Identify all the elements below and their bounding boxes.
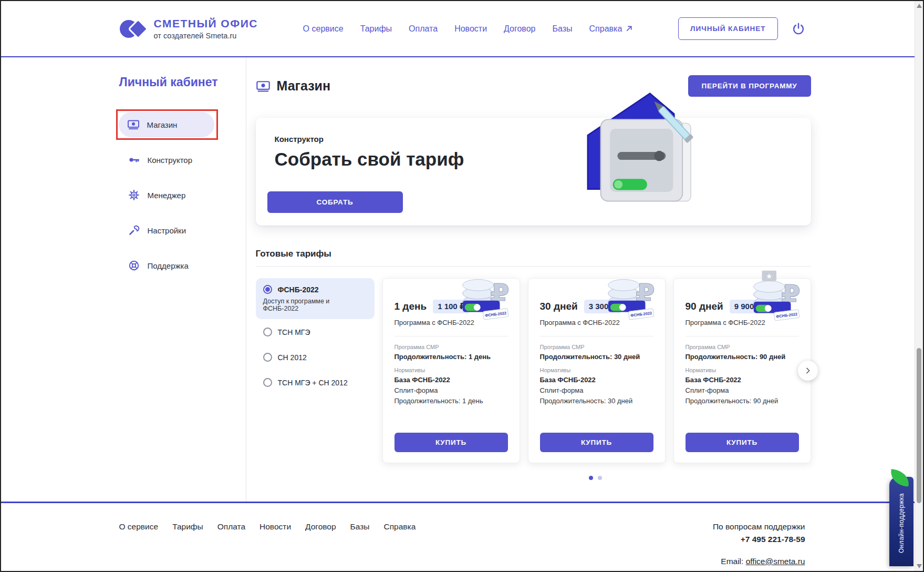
sidebar-item-manager[interactable]: Менеджер [119,182,215,208]
buy-button[interactable]: КУПИТЬ [394,433,508,452]
norms-duration: Продолжительность: 30 дней [540,397,653,405]
pagination-dot[interactable] [598,476,602,480]
nav-news[interactable]: Новости [454,24,487,34]
program-duration: Продолжительность: 1 день [394,353,508,361]
gear-icon [128,189,140,201]
key-icon [128,154,140,166]
tariff-product-image: ₽ ФСНБ-2022 [602,270,659,321]
banknote-icon [127,118,140,131]
footer-nav-bases[interactable]: Базы [350,522,370,566]
page-scrollbar[interactable] [915,1,923,571]
tariff-card-90-days: ★ ₽ ФСНБ-2022 [673,278,811,463]
tariff-duration: 1 день [394,301,427,312]
option-label: ТСН МГЭ [278,328,310,336]
option-tsn-mge[interactable]: ТСН МГЭ [256,319,375,344]
sidebar-item-label: Конструктор [148,156,193,165]
footer-nav-contract[interactable]: Договор [305,522,336,566]
power-icon[interactable] [792,22,805,36]
option-sn-2012[interactable]: СН 2012 [256,344,375,370]
sidebar-item-settings[interactable]: Настройки [119,218,215,243]
constructor-banner: Конструктор Собрать свой тариф СОБРАТЬ [256,118,811,226]
sidebar: Личный кабинет Магазин [119,57,246,502]
logo-text: СМЕТНЫЙ ОФИС от создателей Smeta.ru [154,17,258,40]
top-navigation: О сервисе Тарифы Оплата Новости Договор … [303,24,634,34]
carousel-next-button[interactable] [798,361,818,381]
online-support-tab[interactable]: Онлайн-поддержка [889,477,913,566]
footer-nav-help[interactable]: Справка [383,522,416,566]
tariff-card-30-days: ₽ ФСНБ-2022 30 дней 3 300 ₽ [528,278,666,463]
nav-contract[interactable]: Договор [504,24,535,34]
footer-navigation: О сервисе Тарифы Оплата Новости Договор … [119,522,416,566]
nav-about[interactable]: О сервисе [303,24,344,34]
support-email-line: Email: office@smeta.ru [713,557,805,566]
option-label: ФСНБ-2022 [278,285,319,294]
svg-text:★: ★ [766,272,772,280]
sidebar-item-store[interactable]: Магазин [119,112,214,137]
norms-form: Сплит-форма [394,386,508,394]
footer-nav-payment[interactable]: Оплата [217,522,245,566]
norms-form: Сплит-форма [540,386,653,394]
norms-base: База ФСНБ-2022 [686,376,799,384]
option-fsnb-2022[interactable]: ФСНБ-2022 Доступ к программе и ФСНБ-2022 [256,278,375,319]
browser-viewport: СМЕТНЫЙ ОФИС от создателей Smeta.ru О се… [0,0,924,572]
tariff-duration: 30 дней [540,301,578,312]
account-button[interactable]: ЛИЧНЫЙ КАБИНЕТ [678,17,777,40]
scroll-up-arrow-icon[interactable] [917,4,922,8]
online-support-label: Онлайн-поддержка [898,493,905,553]
logo-subtitle: от создателей Smeta.ru [154,32,258,40]
go-to-program-button[interactable]: ПЕРЕЙТИ В ПРОГРАММУ [688,75,811,97]
program-label: Программа СМР [540,344,653,350]
norms-duration: Продолжительность: 90 дней [686,397,799,405]
footer-nav-about[interactable]: О сервисе [119,522,159,566]
nav-tariffs[interactable]: Тарифы [360,24,392,34]
radio-checked-icon[interactable] [263,285,272,294]
tariff-product-image-starred: ★ ₽ ФСНБ-2022 [747,270,804,321]
assemble-button[interactable]: СОБРАТЬ [267,191,403,213]
buy-button[interactable]: КУПИТЬ [686,433,799,452]
footer-nav-tariffs[interactable]: Тарифы [172,522,203,566]
option-tsn-mge-sn-2012[interactable]: ТСН МГЭ + СН 2012 [256,370,375,395]
option-label: СН 2012 [278,353,307,362]
radio-icon[interactable] [263,353,272,362]
sidebar-item-support[interactable]: Поддержка [119,253,215,278]
norms-base: База ФСНБ-2022 [394,376,508,384]
nav-payment[interactable]: Оплата [409,24,438,34]
sidebar-item-label: Магазин [147,120,178,129]
lifebuoy-icon [128,259,140,272]
program-label: Программа СМР [394,344,508,350]
carousel-pagination [382,476,809,480]
sidebar-title: Личный кабинет [119,75,246,89]
sidebar-item-label: Настройки [148,226,186,235]
option-description: Доступ к программе и ФСНБ-2022 [263,298,367,312]
support-questions-label: По вопросам поддержки [713,522,805,532]
footer-contacts: По вопросам поддержки +7 495 221-78-59 E… [713,522,805,566]
tariff-carousel: ФСНБ-2022 Доступ к программе и ФСНБ-2022… [256,278,811,463]
pagination-dot-active[interactable] [589,476,593,480]
scrollbar-thumb[interactable] [917,348,921,503]
sidebar-item-constructor[interactable]: Конструктор [119,147,215,172]
email-link[interactable]: office@smeta.ru [746,557,805,566]
card-divider [686,336,799,336]
app-footer: О сервисе Тарифы Оплата Новости Договор … [1,502,923,572]
leaf-icon [890,469,910,487]
annotation-red-box: Магазин [116,109,218,140]
main-panel: Магазин ПЕРЕЙТИ В ПРОГРАММУ Конструктор … [246,57,811,502]
tariff-duration: 90 дней [686,301,723,312]
program-duration: Продолжительность: 30 дней [540,353,653,361]
radio-icon[interactable] [263,378,272,387]
buy-button[interactable]: КУПИТЬ [540,433,653,452]
sidebar-item-label: Поддержка [148,261,189,270]
norms-form: Сплит-форма [686,386,799,394]
nav-help[interactable]: Справка [589,24,634,34]
logo-title: СМЕТНЫЙ ОФИС [154,17,258,30]
page-title: Магазин [256,78,331,94]
header-actions: ЛИЧНЫЙ КАБИНЕТ [678,17,805,40]
tariff-card-1-day: ₽ ФСНБ-2022 1 день 1 100 ₽ [382,278,520,463]
footer-nav-news[interactable]: Новости [259,522,291,566]
section-divider [256,266,811,267]
banner-title: Собрать свой тариф [275,149,792,170]
radio-icon[interactable] [263,328,272,336]
nav-bases[interactable]: Базы [552,24,572,34]
logo[interactable]: СМЕТНЫЙ ОФИС от создателей Smeta.ru [119,17,258,40]
scroll-down-arrow-icon[interactable] [917,564,922,568]
